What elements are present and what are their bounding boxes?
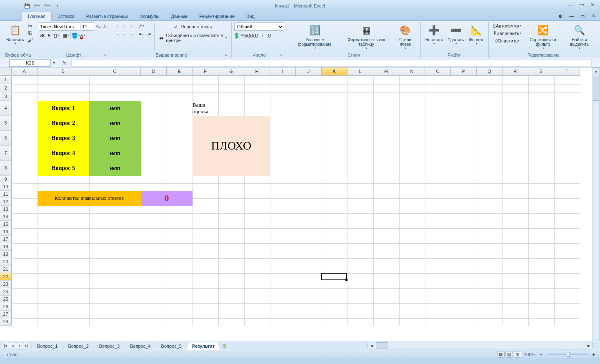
row-header-22[interactable]: 22	[0, 273, 12, 281]
row-header-1[interactable]: 1	[0, 76, 12, 84]
indent-decrease-icon[interactable]: ⇤	[138, 30, 145, 37]
row-header-13[interactable]: 13	[0, 206, 12, 213]
sheet-tab-Вопрос_1[interactable]: Вопрос_1	[32, 342, 63, 350]
sheet-tab-Вопрос_5[interactable]: Вопрос_5	[156, 342, 187, 350]
sheet-tab-Вопрос_4[interactable]: Вопрос_4	[125, 342, 156, 350]
tab-Вставка[interactable]: Вставка	[52, 12, 80, 20]
decrease-decimal-icon[interactable]: ←.0	[262, 32, 269, 39]
italic-button[interactable]: К	[46, 32, 52, 39]
row-header-14[interactable]: 14	[0, 213, 12, 221]
col-header-D[interactable]: D	[141, 67, 167, 76]
col-header-P[interactable]: P	[451, 67, 477, 76]
sheet-nav-last[interactable]: ▸|	[23, 342, 30, 349]
col-header-J[interactable]: J	[296, 67, 322, 76]
sheet-nav-prev[interactable]: ◂	[9, 342, 16, 349]
col-header-T[interactable]: T	[554, 67, 580, 76]
align-bottom-icon[interactable]: ≡	[128, 22, 135, 29]
view-page-break-icon[interactable]: ▧	[514, 351, 521, 358]
vertical-scrollbar[interactable]: ▲▼	[592, 67, 600, 347]
insert-cells-button[interactable]: ➕Вставить▾	[423, 22, 445, 52]
help-icon[interactable]: ◐	[558, 12, 564, 19]
merge-center-button[interactable]: ⬌Объединить и поместить в центре ▾	[157, 32, 229, 44]
row-header-8[interactable]: 8	[0, 161, 12, 176]
col-header-S[interactable]: S	[528, 67, 554, 76]
fill-button[interactable]: ⬇ Заполнить ▾	[491, 30, 523, 37]
col-header-L[interactable]: L	[348, 67, 373, 76]
align-center-icon[interactable]: ≡	[121, 30, 128, 37]
delete-cells-button[interactable]: ➖Удалить▾	[446, 22, 466, 52]
name-box[interactable]: K22	[9, 59, 51, 67]
sheet-nav-next[interactable]: ▸	[16, 342, 23, 349]
row-header-12[interactable]: 12	[0, 198, 12, 206]
col-header-B[interactable]: B	[38, 67, 89, 76]
row-header-2[interactable]: 2	[0, 84, 12, 92]
shrink-font-icon[interactable]: A▾	[102, 23, 108, 30]
col-header-N[interactable]: N	[399, 67, 425, 76]
undo-icon[interactable]: ↶▾	[33, 2, 41, 10]
autosum-button[interactable]: Σ Автосумма ▾	[491, 22, 523, 29]
spreadsheet-grid[interactable]: 1234567891011121314151617181920212223242…	[0, 67, 600, 341]
row-header-17[interactable]: 17	[0, 236, 12, 243]
zoom-level[interactable]: 100%	[524, 352, 535, 357]
tab-Главная[interactable]: Главная	[22, 12, 52, 21]
row-header-20[interactable]: 20	[0, 258, 12, 266]
wrap-text-button[interactable]: ⤶Перенос текста	[157, 22, 229, 31]
alignment-launcher[interactable]: ↘	[223, 52, 228, 57]
row-header-9[interactable]: 9	[0, 176, 12, 183]
col-header-M[interactable]: M	[373, 67, 399, 76]
col-header-F[interactable]: F	[192, 67, 218, 76]
close-button[interactable]: ✕	[588, 1, 598, 8]
row-header-26[interactable]: 26	[0, 303, 12, 311]
row-header-23[interactable]: 23	[0, 281, 12, 288]
tab-Разметка страницы[interactable]: Разметка страницы	[80, 12, 134, 20]
redo-icon[interactable]: ↷▾	[43, 2, 51, 10]
row-header-25[interactable]: 25	[0, 296, 12, 303]
col-header-G[interactable]: G	[218, 67, 244, 76]
align-left-icon[interactable]: ≡	[114, 30, 120, 37]
number-launcher[interactable]: ↘	[278, 52, 283, 57]
copy-icon[interactable]: ⧉	[27, 30, 33, 36]
select-all-corner[interactable]	[0, 67, 12, 76]
row-header-27[interactable]: 27	[0, 311, 12, 318]
tab-Данные[interactable]: Данные	[165, 12, 193, 20]
col-header-O[interactable]: O	[425, 67, 451, 76]
zoom-out-button[interactable]: −	[538, 351, 544, 358]
borders-icon[interactable]: ▦▾	[62, 32, 69, 39]
col-header-A[interactable]: A	[12, 67, 38, 76]
indent-increase-icon[interactable]: ⇥	[145, 30, 152, 37]
new-sheet-button[interactable]: ⊕	[220, 342, 229, 350]
row-header-28[interactable]: 28	[0, 318, 12, 326]
row-header-18[interactable]: 18	[0, 243, 12, 251]
zoom-slider[interactable]	[547, 354, 588, 355]
currency-icon[interactable]: 💲▾	[234, 32, 241, 39]
font-name-combo[interactable]	[39, 22, 80, 31]
tab-Рецензирование[interactable]: Рецензирование	[193, 12, 240, 20]
paste-button[interactable]: 📋 Вставить ▾	[4, 22, 26, 52]
sheet-tab-Вопрос_2[interactable]: Вопрос_2	[62, 342, 94, 350]
orientation-icon[interactable]: ⤢▾	[138, 22, 145, 29]
col-header-C[interactable]: C	[89, 67, 141, 76]
number-format-combo[interactable]: Общий	[234, 22, 284, 31]
row-header-19[interactable]: 19	[0, 251, 12, 258]
restore-inner-icon[interactable]: ▭	[579, 12, 586, 19]
font-launcher[interactable]: ↘	[102, 52, 108, 57]
row-header-10[interactable]: 10	[0, 183, 12, 191]
view-page-layout-icon[interactable]: ▤	[505, 351, 513, 358]
restore-button[interactable]: ▭	[577, 1, 587, 8]
grow-font-icon[interactable]: A▴	[95, 23, 101, 30]
row-header-5[interactable]: 5	[0, 116, 12, 131]
fill-color-icon[interactable]: 🪣▾	[72, 32, 79, 39]
zoom-in-button[interactable]: +	[591, 351, 597, 358]
col-header-I[interactable]: I	[270, 67, 296, 76]
bold-button[interactable]: Ж	[39, 32, 45, 39]
format-cells-button[interactable]: 📐Формат▾	[467, 22, 486, 52]
cut-icon[interactable]: ✂	[27, 22, 33, 29]
horizontal-scrollbar[interactable]: ◀▶	[368, 342, 592, 349]
col-header-E[interactable]: E	[167, 67, 192, 76]
row-header-6[interactable]: 6	[0, 131, 12, 146]
col-header-K[interactable]: K	[322, 67, 348, 76]
format-as-table-button[interactable]: ▦Форматировать как таблицу▾	[341, 22, 392, 52]
minimize-ribbon-icon[interactable]: —	[568, 12, 575, 19]
view-normal-icon[interactable]: ▦	[497, 351, 505, 358]
minimize-button[interactable]: —	[566, 1, 576, 8]
